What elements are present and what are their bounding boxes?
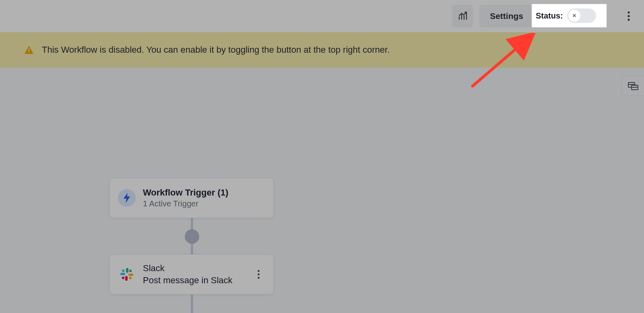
svg-rect-3 [29, 49, 29, 51]
drawer-icon [628, 81, 638, 90]
drawer-toggle-button[interactable] [621, 76, 644, 96]
stats-button[interactable] [452, 5, 473, 27]
status-toggle[interactable] [567, 8, 596, 23]
svg-point-11 [258, 277, 260, 279]
toggle-knob [568, 10, 580, 22]
svg-point-9 [258, 270, 260, 272]
trigger-title: Workflow Trigger (1) [143, 187, 228, 199]
svg-point-1 [627, 15, 630, 17]
settings-button[interactable]: Settings [479, 5, 534, 27]
slack-icon [118, 266, 136, 283]
svg-rect-8 [120, 273, 125, 275]
kebab-icon [627, 11, 630, 21]
status-area: Status: [532, 4, 607, 27]
workflow-canvas: Workflow Trigger (1) 1 Active Trigger [0, 68, 644, 313]
svg-rect-6 [128, 274, 133, 276]
kebab-icon [258, 270, 260, 279]
trigger-texts: Workflow Trigger (1) 1 Active Trigger [143, 187, 228, 209]
svg-point-10 [258, 274, 260, 276]
trigger-subtitle: 1 Active Trigger [143, 198, 228, 209]
connector-add-node[interactable] [185, 229, 199, 244]
status-label: Status: [536, 11, 563, 21]
svg-point-0 [627, 11, 630, 13]
action-more-button[interactable] [252, 266, 264, 282]
disabled-warning-banner: This Workflow is disabled. You can enabl… [0, 32, 644, 68]
action-texts: Slack Post message in Slack [143, 262, 233, 286]
settings-label: Settings [490, 11, 523, 21]
workflow-action-node[interactable]: Slack Post message in Slack [109, 254, 274, 294]
lightning-icon [118, 189, 136, 207]
chart-icon [458, 11, 467, 21]
action-app-name: Slack [143, 262, 233, 274]
banner-message: This Workflow is disabled. You can enabl… [42, 45, 390, 55]
svg-point-2 [627, 19, 630, 21]
svg-rect-4 [29, 52, 29, 53]
svg-rect-7 [125, 276, 128, 281]
more-menu-button[interactable] [621, 5, 636, 27]
svg-rect-5 [126, 268, 128, 273]
warning-icon [24, 45, 34, 54]
workflow-trigger-node[interactable]: Workflow Trigger (1) 1 Active Trigger [109, 178, 274, 218]
action-description: Post message in Slack [143, 274, 233, 286]
